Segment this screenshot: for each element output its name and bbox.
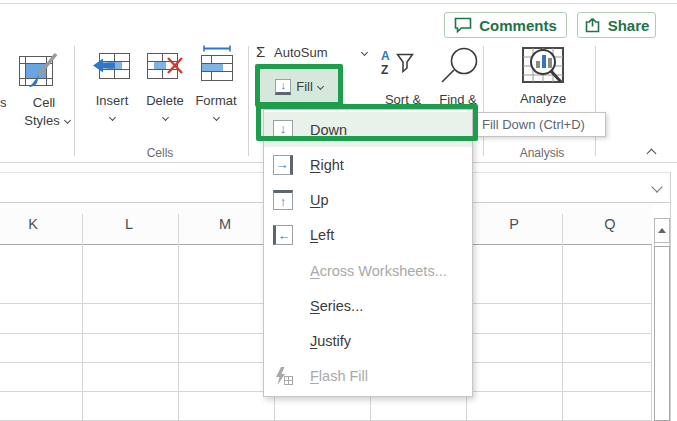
cell-styles-label-2: Styles <box>24 113 59 128</box>
clipped-button-text: s <box>0 95 7 110</box>
delete-label: Delete <box>146 93 184 108</box>
format-chevron-icon <box>213 114 220 121</box>
sigma-icon: Σ <box>256 43 265 60</box>
scroll-up-button[interactable] <box>654 218 670 243</box>
autosum-chevron-icon <box>361 49 368 56</box>
fill-left-icon: ← <box>273 225 293 245</box>
menu-item-label: Justify <box>310 333 351 349</box>
share-button[interactable]: Share <box>577 12 656 38</box>
sort-filter-button[interactable]: A Z Sort & <box>378 46 426 108</box>
share-button-label: Share <box>608 17 650 34</box>
comments-button[interactable]: Comments <box>444 12 567 38</box>
right-edge-border <box>670 172 671 421</box>
column-header-m[interactable]: M <box>219 216 231 232</box>
menu-item-across-worksheets: Across Worksheets... <box>264 253 472 288</box>
fill-up-icon: ↑ <box>273 190 293 210</box>
group-divider <box>595 46 596 156</box>
menu-item-up[interactable]: ↑ Up <box>264 183 472 218</box>
delete-chevron-icon <box>162 114 169 121</box>
find-icon <box>436 46 482 84</box>
scroll-up-arrow-icon <box>658 228 666 233</box>
cell-styles-label-1: Cell <box>33 95 55 110</box>
filter-funnel-icon <box>396 53 414 73</box>
analyze-data-label: Analyze <box>520 91 566 106</box>
insert-icon <box>93 52 131 80</box>
excel-window: Comments Share s Cell Styles <box>0 0 677 421</box>
analyze-data-icon <box>521 44 565 88</box>
cell-styles-chevron-icon <box>64 117 71 124</box>
titlebar-divider <box>0 3 677 4</box>
insert-label: Insert <box>96 93 129 108</box>
column-header-k[interactable]: K <box>28 216 38 232</box>
comments-button-label: Comments <box>479 17 557 34</box>
menu-item-right[interactable]: → Right <box>264 147 472 182</box>
group-divider <box>74 46 75 156</box>
autosum-label: AutoSum <box>274 45 327 60</box>
annotation-box-down-item <box>256 104 478 141</box>
comment-icon <box>454 17 472 33</box>
insert-button[interactable]: Insert <box>90 50 134 130</box>
fill-right-icon: → <box>273 155 293 175</box>
format-icon <box>199 45 235 82</box>
column-header-l[interactable]: L <box>125 216 133 232</box>
menu-item-left[interactable]: ← Left <box>264 218 472 253</box>
group-divider <box>248 46 249 156</box>
menu-item-series[interactable]: Series... <box>264 288 472 323</box>
menu-item-label: Flash Fill <box>310 368 368 384</box>
column-header-p[interactable]: P <box>509 216 519 232</box>
delete-button[interactable]: Delete <box>142 50 188 130</box>
cell-styles-icon <box>18 50 60 96</box>
header-divider <box>82 214 83 245</box>
collapse-ribbon-icon[interactable] <box>647 149 657 159</box>
share-icon <box>584 17 601 33</box>
formula-bar-expand-icon[interactable] <box>651 181 662 192</box>
menu-item-label: Across Worksheets... <box>310 263 447 279</box>
insert-chevron-icon <box>109 114 116 121</box>
menu-item-label: Series... <box>310 298 363 314</box>
analysis-group-label: Analysis <box>520 146 565 160</box>
menu-item-justify[interactable]: Justify <box>264 324 472 359</box>
format-label: Format <box>195 93 236 108</box>
analyze-data-button[interactable]: Analyze <box>514 42 572 110</box>
tooltip-text: Fill Down (Ctrl+D) <box>482 117 585 132</box>
flash-fill-icon <box>273 366 293 386</box>
menu-item-label: Up <box>310 192 329 208</box>
fill-dropdown-menu: ↓ Down → Right ↑ Up ← Left Across Worksh… <box>263 109 473 397</box>
delete-icon <box>146 52 184 80</box>
menu-item-flash-fill: Flash Fill <box>264 359 472 394</box>
group-divider <box>483 46 484 156</box>
menu-item-label: Left <box>310 227 334 243</box>
column-header-q[interactable]: Q <box>604 216 615 232</box>
find-select-button[interactable]: Find & <box>434 44 482 108</box>
cell-styles-button[interactable]: Cell Styles <box>12 46 72 142</box>
annotation-box-fill-button <box>255 64 343 107</box>
menu-item-label: Right <box>310 157 344 173</box>
scrollbar-thumb[interactable] <box>654 246 670 421</box>
vertical-scrollbar[interactable] <box>654 218 670 421</box>
sort-a-glyph: A <box>381 49 390 63</box>
header-divider <box>562 214 563 245</box>
cells-group-label: Cells <box>147 146 174 160</box>
header-divider <box>178 214 179 245</box>
tooltip: Fill Down (Ctrl+D) <box>474 112 606 137</box>
autosum-button[interactable]: Σ AutoSum <box>254 42 376 62</box>
format-button[interactable]: Format <box>194 44 240 130</box>
sort-z-glyph: Z <box>381 63 388 77</box>
